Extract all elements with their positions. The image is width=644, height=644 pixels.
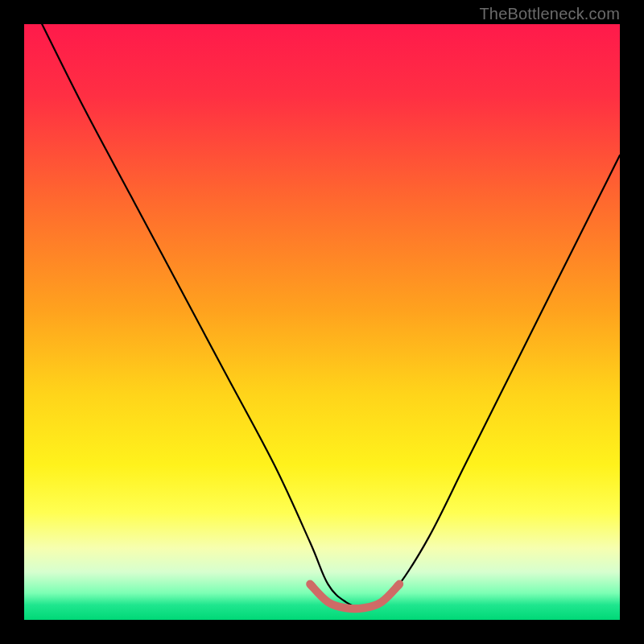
curve-layer <box>24 24 620 620</box>
flat-bottom-highlight <box>310 584 399 609</box>
plot-area <box>24 24 620 620</box>
bottleneck-curve <box>42 24 620 608</box>
chart-frame: TheBottleneck.com <box>0 0 644 644</box>
watermark-label: TheBottleneck.com <box>479 5 620 23</box>
